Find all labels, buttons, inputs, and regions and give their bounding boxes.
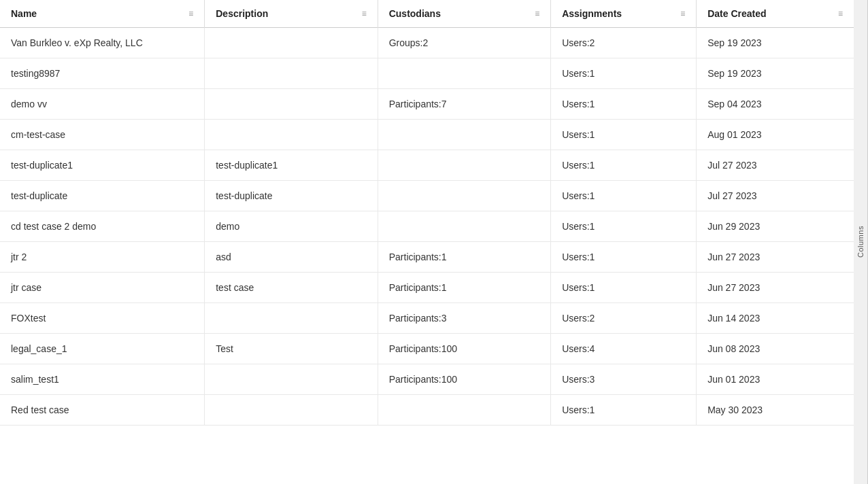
th-date_created[interactable]: Date Created≡ [697,0,854,28]
cell-custodians: Participants:100 [378,364,550,395]
cell-assignments: Users:1 [551,58,697,89]
cell-assignments: Users:1 [551,89,697,120]
cell-name: test-duplicate1 [0,150,205,181]
table-row[interactable]: jtr 2asdParticipants:1Users:1Jun 27 2023 [0,242,854,273]
cell-name: jtr case [0,273,205,303]
cell-custodians: Participants:1 [378,242,550,273]
cell-date_created: Jun 01 2023 [697,364,854,395]
cell-date_created: May 30 2023 [697,395,854,426]
cell-date_created: Sep 19 2023 [697,28,854,58]
cell-date_created: Jun 27 2023 [697,242,854,273]
cell-date_created: Jun 27 2023 [697,273,854,303]
cell-custodians: Participants:3 [378,303,550,334]
cell-name: salim_test1 [0,364,205,395]
cell-description: test-duplicate [205,181,378,211]
cell-description: test-duplicate1 [205,150,378,181]
cell-date_created: Jul 27 2023 [697,150,854,181]
table-row[interactable]: jtr casetest caseParticipants:1Users:1Ju… [0,273,854,303]
th-label-custodians: Custodians [389,8,441,19]
table-row[interactable]: testing8987Users:1Sep 19 2023 [0,58,854,89]
th-menu-icon-custodians[interactable]: ≡ [535,9,539,18]
th-label-date_created: Date Created [707,8,766,19]
table-row[interactable]: test-duplicate1test-duplicate1Users:1Jul… [0,150,854,181]
cell-assignments: Users:1 [551,211,697,242]
th-menu-icon-description[interactable]: ≡ [362,9,367,18]
cell-assignments: Users:1 [551,120,697,150]
cell-date_created: Jun 14 2023 [697,303,854,334]
cell-custodians [378,120,550,150]
cell-assignments: Users:2 [551,303,697,334]
th-name[interactable]: Name≡ [0,0,205,28]
cell-custodians: Participants:1 [378,273,550,303]
cell-name: Red test case [0,395,205,426]
th-menu-icon-assignments[interactable]: ≡ [680,9,685,18]
cell-date_created: Sep 19 2023 [697,58,854,89]
cell-description [205,364,378,395]
cell-description [205,303,378,334]
cell-custodians [378,181,550,211]
cell-description [205,395,378,426]
cell-date_created: Sep 04 2023 [697,89,854,120]
cell-description [205,58,378,89]
cell-custodians [378,211,550,242]
table-row[interactable]: demo vvParticipants:7Users:1Sep 04 2023 [0,89,854,120]
th-label-name: Name [11,8,37,19]
cell-name: test-duplicate [0,181,205,211]
cell-description [205,28,378,58]
th-menu-icon-name[interactable]: ≡ [188,9,193,18]
cell-custodians: Participants:100 [378,334,550,364]
cell-name: testing8987 [0,58,205,89]
cell-date_created: Aug 01 2023 [697,120,854,150]
table-container: Name≡Description≡Custodians≡Assignments≡… [0,0,868,484]
cell-custodians [378,395,550,426]
th-description[interactable]: Description≡ [205,0,378,28]
header-row: Name≡Description≡Custodians≡Assignments≡… [0,0,854,28]
cell-description: Test [205,334,378,364]
cell-description: demo [205,211,378,242]
cell-name: cd test case 2 demo [0,211,205,242]
table-row[interactable]: FOXtestParticipants:3Users:2Jun 14 2023 [0,303,854,334]
table-row[interactable]: Van Burkleo v. eXp Realty, LLCGroups:2Us… [0,28,854,58]
cell-date_created: Jun 29 2023 [697,211,854,242]
cell-description: asd [205,242,378,273]
cell-assignments: Users:4 [551,334,697,364]
cell-name: cm-test-case [0,120,205,150]
table-header: Name≡Description≡Custodians≡Assignments≡… [0,0,854,28]
cell-assignments: Users:1 [551,181,697,211]
cell-custodians [378,150,550,181]
table-wrapper[interactable]: Name≡Description≡Custodians≡Assignments≡… [0,0,854,484]
cell-date_created: Jul 27 2023 [697,181,854,211]
data-table: Name≡Description≡Custodians≡Assignments≡… [0,0,854,426]
cell-name: FOXtest [0,303,205,334]
cell-description [205,120,378,150]
table-row[interactable]: cd test case 2 demodemoUsers:1Jun 29 202… [0,211,854,242]
cell-description [205,89,378,120]
table-row[interactable]: Red test caseUsers:1May 30 2023 [0,395,854,426]
cell-custodians: Groups:2 [378,28,550,58]
cell-name: Van Burkleo v. eXp Realty, LLC [0,28,205,58]
table-body: Van Burkleo v. eXp Realty, LLCGroups:2Us… [0,28,854,426]
cell-custodians: Participants:7 [378,89,550,120]
cell-name: jtr 2 [0,242,205,273]
cell-assignments: Users:2 [551,28,697,58]
cell-assignments: Users:3 [551,364,697,395]
columns-side-label: Columns [854,0,868,484]
cell-name: legal_case_1 [0,334,205,364]
cell-date_created: Jun 08 2023 [697,334,854,364]
cell-assignments: Users:1 [551,395,697,426]
cell-assignments: Users:1 [551,242,697,273]
th-label-description: Description [216,8,268,19]
th-menu-icon-date_created[interactable]: ≡ [838,9,843,18]
table-row[interactable]: test-duplicatetest-duplicateUsers:1Jul 2… [0,181,854,211]
cell-assignments: Users:1 [551,150,697,181]
table-row[interactable]: legal_case_1TestParticipants:100Users:4J… [0,334,854,364]
cell-custodians [378,58,550,89]
cell-assignments: Users:1 [551,273,697,303]
th-label-assignments: Assignments [562,8,622,19]
cell-description: test case [205,273,378,303]
table-row[interactable]: cm-test-caseUsers:1Aug 01 2023 [0,120,854,150]
cell-name: demo vv [0,89,205,120]
table-row[interactable]: salim_test1Participants:100Users:3Jun 01… [0,364,854,395]
th-assignments[interactable]: Assignments≡ [551,0,697,28]
th-custodians[interactable]: Custodians≡ [378,0,550,28]
